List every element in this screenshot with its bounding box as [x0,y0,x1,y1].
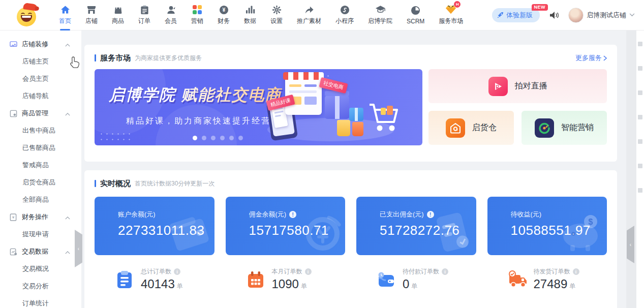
sidebar-group-shop-decoration[interactable]: 店铺装修 [0,36,81,53]
sidebar-item-alert-goods[interactable]: 警戒商品 [0,157,81,174]
receipt-icon [431,212,473,254]
service-market-panel: 服务市场 为商家提供更多优质服务 更多服务 启博学院 赋能社交电商 精品好课，助… [84,45,617,162]
realtime-overview-panel: 实时概况 首页统计数据30分钟更新一次 账户余额(元) 227331011.83… [84,170,617,308]
nav-item-scrm[interactable]: SCRM [401,0,431,30]
nav-item-members[interactable]: 会员 [159,0,183,30]
sidebar-item-shop-nav[interactable]: 店铺导航 [0,87,81,105]
chevron-up-icon [65,248,70,256]
goods-icon [112,5,124,15]
nav-item-academy[interactable]: 启博学院 [362,0,398,30]
info-icon[interactable]: i [305,268,312,275]
unshipped-orders-value: 27489单 [534,277,579,291]
service-card-live[interactable]: 拍对直播 [428,69,607,103]
shop-avatar [568,8,584,23]
shopping-bag-graphic [352,122,363,136]
announcement-speaker-icon[interactable] [549,11,559,20]
nav-item-finance[interactable]: ¥ 财务 [211,0,236,30]
gift-box-small-graphic [349,108,363,121]
stat-card-commission-balance[interactable]: 佣金余额(元)! 15717580.71 [226,197,346,255]
orders-icon [139,5,150,15]
truck-icon [508,270,527,289]
sidebar-item-order-stats[interactable]: 订单统计 [0,295,81,308]
service-card-warehouse[interactable]: 启货仓 [428,111,514,145]
chevron-up-icon [65,110,70,117]
members-icon [165,5,176,15]
section-bar [95,180,96,187]
sidebar-item-sold-out-goods[interactable]: 已售罄商品 [0,139,81,157]
chevron-up-icon [65,41,70,48]
carousel-dot[interactable] [211,136,216,140]
sidebar-group-goods-manage[interactable]: 商品管理 [0,105,81,122]
sidebar-item-shop-home[interactable]: 店铺主页 [0,53,81,70]
realtime-header: 实时概况 首页统计数据30分钟更新一次 [95,178,607,189]
svg-text:$: $ [589,218,593,226]
month-orders-value: 1090单 [272,277,312,291]
carousel-dot[interactable] [238,136,243,140]
svg-text:¥: ¥ [12,215,15,220]
trade-data-icon [9,248,17,256]
sidebar-item-withdraw-apply[interactable]: 提现申请 [0,226,81,243]
nav-item-data[interactable]: 数据 [238,0,262,30]
sidebar-collapse-handle[interactable]: ‹ [75,230,82,267]
piggy-bank-icon: $ [555,212,604,254]
sidebar-item-trade-analysis[interactable]: 交易分析 [0,278,81,295]
stat-card-account-balance[interactable]: 账户余额(元) 227331011.83 [95,197,214,255]
shopping-bag-graphic [337,120,350,136]
wallet-icon [168,215,211,254]
rocket-icon [497,12,504,18]
promo-share-icon [303,5,315,15]
goods-manage-icon [9,109,17,117]
academy-banner[interactable]: 启博学院 赋能社交电商 精品好课，助力商家快速提升经营能力 [95,69,422,145]
nav-item-service-market[interactable]: H 服务市场 [433,0,469,30]
carousel-dot-active[interactable] [193,136,197,140]
cart-graphic [367,102,399,139]
sidebar-group-finance-ops[interactable]: ¥ 财务操作 [0,208,81,226]
right-rail [626,30,636,308]
sidebar-item-member-home[interactable]: 会员主页 [0,70,81,87]
service-card-smart-marketing[interactable]: 智能营销 [522,111,607,145]
top-navbar: 首页 店铺 商品 订单 会员 [0,0,644,30]
info-icon[interactable]: i [442,268,448,275]
nav-item-promo-material[interactable]: 推广素材 [291,0,327,30]
sidebar-item-trade-overview[interactable]: 交易概况 [0,260,81,278]
stat-card-pending-income[interactable]: 待收益(元) 10588551.97 $ [487,197,607,255]
sidebar-group-trade-data[interactable]: 交易数据 [0,243,81,260]
clipboard-icon [115,270,134,289]
market-gem-icon: H [445,5,456,15]
experience-new-version-button[interactable]: 体验新版 NEW [492,8,540,22]
order-stat-total: 总计订单数i 40143单 [95,267,214,291]
store-icon [86,5,97,15]
app-logo[interactable] [16,4,39,26]
marketing-icon [192,5,203,15]
shop-name: 启博测试店铺 [587,11,626,20]
nav-item-miniapp[interactable]: 小程序 [329,0,360,30]
carousel-dot[interactable] [202,136,206,140]
navbar-right-cluster: 体验新版 NEW 启博测试店铺 [492,8,635,23]
carousel-dot[interactable] [229,136,234,140]
shop-account-menu[interactable]: 启博测试店铺 [568,8,635,23]
sidebar-item-all-goods[interactable]: 全部商品 [0,191,81,208]
warehouse-icon [446,118,465,138]
info-icon[interactable]: i [573,268,579,275]
miniapp-icon [339,5,350,15]
nav-item-marketing[interactable]: 营销 [185,0,209,30]
nav-item-store[interactable]: 店铺 [79,0,104,30]
realtime-title: 实时概况 [100,179,131,189]
carousel-dot[interactable] [220,136,225,140]
service-market-title: 服务市场 [100,53,131,63]
nav-item-settings[interactable]: 设置 [264,0,289,30]
info-icon[interactable]: i [174,268,180,275]
right-panel-collapse-handle[interactable]: ‹ [627,226,634,263]
svg-text:¥: ¥ [222,7,225,13]
nav-item-orders[interactable]: 订单 [132,0,157,30]
nav-item-home[interactable]: 首页 [53,0,77,30]
stat-card-paid-commission[interactable]: 已支出佣金(元)! 51728272.76 [356,197,476,255]
finance-icon: ¥ [218,5,229,15]
info-icon[interactable]: ! [289,211,296,218]
sidebar-item-warehouse-goods[interactable]: 启货仓商品 [0,174,81,191]
sidebar-item-on-sale-goods[interactable]: 出售中商品 [0,122,81,139]
more-services-link[interactable]: 更多服务 [575,53,607,63]
unpaid-orders-value: 0单 [403,277,448,291]
nav-item-goods[interactable]: 商品 [106,0,130,30]
settings-icon [271,5,282,15]
